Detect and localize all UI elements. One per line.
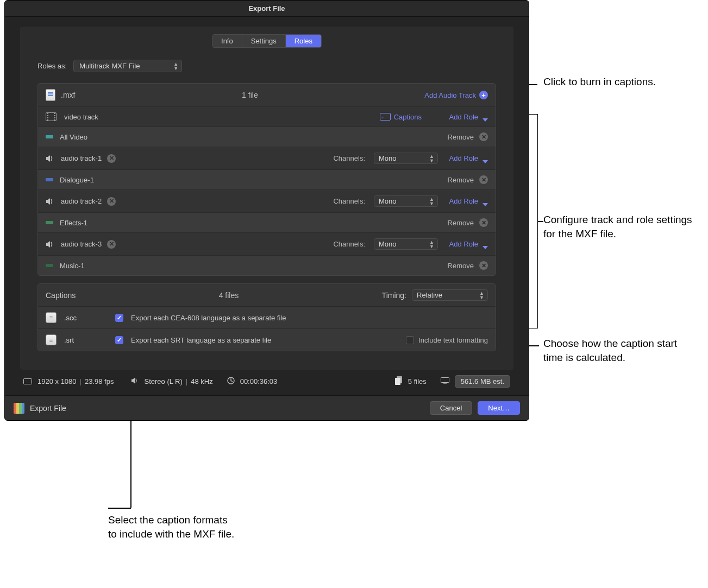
delete-track-icon[interactable]: ✕ (107, 154, 116, 163)
audio-track-label: audio track-1 (61, 154, 102, 162)
speaker-icon (46, 198, 54, 205)
audio-track-label: audio track-3 (61, 240, 102, 248)
chevron-down-icon (483, 157, 488, 160)
remove-icon[interactable]: ✕ (479, 132, 488, 141)
files-icon (395, 376, 403, 387)
next-button[interactable]: Next… (478, 401, 520, 415)
channels-label: Channels: (333, 240, 365, 248)
captions-burn-button[interactable]: ≡ Captions (380, 113, 422, 121)
speaker-icon (131, 377, 139, 385)
window-title: Export File (5, 1, 529, 17)
timing-label: Timing: (382, 291, 406, 300)
remove-role-button[interactable]: Remove (448, 133, 474, 141)
callout-formats: Select the caption formats to include wi… (108, 513, 234, 541)
chevron-down-icon (483, 200, 488, 203)
tab-roles[interactable]: Roles (286, 35, 321, 47)
role-name: Music-1 (60, 262, 85, 270)
export-file-icon (14, 403, 24, 414)
file-icon (46, 89, 55, 101)
tab-settings[interactable]: Settings (242, 35, 286, 47)
updown-icon: ▲▼ (429, 197, 434, 206)
captions-group: Captions 4 files Timing: Relative ▲▼ .sc… (37, 283, 496, 351)
updown-icon: ▲▼ (479, 291, 484, 300)
fps-value: 23.98 fps (85, 377, 114, 385)
video-track-label: video track (64, 113, 98, 121)
caption-ext: .srt (64, 336, 108, 344)
roles-as-select[interactable]: Multitrack MXF File ▲▼ (73, 60, 182, 72)
delete-track-icon[interactable]: ✕ (107, 197, 116, 206)
role-name: Dialogue-1 (60, 176, 94, 184)
svg-rect-3 (395, 378, 400, 385)
include-formatting-checkbox[interactable] (406, 336, 414, 344)
export-srt-checkbox[interactable] (115, 336, 123, 344)
resolution-value: 1920 x 1080 (37, 377, 77, 385)
channels-label: Channels: (333, 197, 365, 205)
mxf-group: .mxf 1 file Add Audio Track + video trac… (37, 83, 496, 276)
bottom-title: Export File (30, 404, 66, 413)
caption-file-icon (46, 312, 57, 323)
color-swatch-icon (46, 178, 53, 181)
remove-role-button[interactable]: Remove (448, 262, 474, 270)
status-bar: 1920 x 1080 | 23.98 fps Stereo (L R) | 4… (20, 370, 513, 388)
size-estimate: 561.6 MB est. (455, 375, 510, 388)
display-icon (23, 378, 32, 385)
remove-role-button[interactable]: Remove (448, 176, 474, 184)
export-srt-label: Export each SRT language as a separate f… (131, 336, 271, 344)
export-scc-label: Export each CEA-608 language as a separa… (131, 314, 286, 322)
updown-icon: ▲▼ (429, 154, 434, 163)
role-name: Effects-1 (60, 219, 87, 227)
svg-rect-5 (443, 383, 447, 384)
svg-rect-0 (24, 378, 32, 384)
export-scc-checkbox[interactable] (115, 314, 123, 322)
audio-track-label: audio track-2 (61, 197, 102, 205)
add-role-button[interactable]: Add Role (443, 240, 488, 248)
caption-file-icon (46, 334, 57, 345)
mxf-file-count: 1 file (75, 91, 424, 99)
tab-info[interactable]: Info (212, 35, 242, 47)
include-formatting-label: Include text formatting (418, 336, 488, 344)
add-role-button[interactable]: Add Role (443, 154, 488, 162)
captions-file-count: 4 files (81, 291, 376, 300)
remove-icon[interactable]: ✕ (479, 175, 488, 184)
channels-select[interactable]: Mono ▲▼ (374, 238, 438, 250)
speaker-icon (46, 241, 54, 248)
tab-bar: Info Settings Roles (37, 34, 496, 48)
monitor-icon (441, 377, 449, 385)
callout-configure: Configure track and role settings for th… (543, 213, 701, 241)
files-count: 5 files (408, 377, 427, 385)
role-name: All Video (60, 133, 87, 141)
remove-icon[interactable]: ✕ (479, 261, 488, 270)
bottom-bar: Export File Cancel Next… (5, 395, 529, 420)
audio-track-row: audio track-2 ✕ Channels: Mono ▲▼ Add Ro… (38, 190, 496, 213)
role-row-effects: Effects-1 Remove ✕ (38, 213, 496, 233)
color-swatch-icon (46, 135, 53, 138)
add-role-button[interactable]: Add Role (443, 113, 488, 121)
roles-as-label: Roles as: (37, 62, 67, 70)
add-role-button[interactable]: Add Role (443, 197, 488, 205)
delete-track-icon[interactable]: ✕ (107, 240, 116, 249)
film-icon (46, 112, 57, 121)
audio-track-row: audio track-3 ✕ Channels: Mono ▲▼ Add Ro… (38, 233, 496, 256)
remove-role-button[interactable]: Remove (448, 219, 474, 227)
caption-row-srt: .srt Export each SRT language as a separ… (38, 328, 496, 351)
audio-track-row: audio track-1 ✕ Channels: Mono ▲▼ Add Ro… (38, 147, 496, 170)
remove-icon[interactable]: ✕ (479, 218, 488, 227)
timing-select[interactable]: Relative ▲▼ (412, 289, 488, 301)
plus-icon: + (479, 91, 488, 99)
caption-row-scc: .scc Export each CEA-608 language as a s… (38, 306, 496, 328)
sample-rate-value: 48 kHz (191, 377, 212, 385)
timecode-value: 00:00:36:03 (240, 377, 278, 385)
caption-ext: .scc (64, 314, 108, 322)
cancel-button[interactable]: Cancel (430, 401, 472, 415)
callout-burn: Click to burn in captions. (543, 75, 656, 89)
add-audio-track-button[interactable]: Add Audio Track + (424, 91, 488, 99)
updown-icon: ▲▼ (429, 240, 434, 249)
export-dialog: Export File Info Settings Roles Roles as… (4, 0, 529, 421)
video-track-row: video track ≡ Captions Add Role (38, 107, 496, 127)
channels-select[interactable]: Mono ▲▼ (374, 153, 438, 164)
callout-timing: Choose how the caption start time is cal… (543, 337, 696, 364)
channels-select[interactable]: Mono ▲▼ (374, 195, 438, 207)
role-row-all-video: All Video Remove ✕ (38, 127, 496, 147)
cc-icon: ≡ (380, 113, 391, 121)
channels-label: Channels: (333, 154, 365, 162)
